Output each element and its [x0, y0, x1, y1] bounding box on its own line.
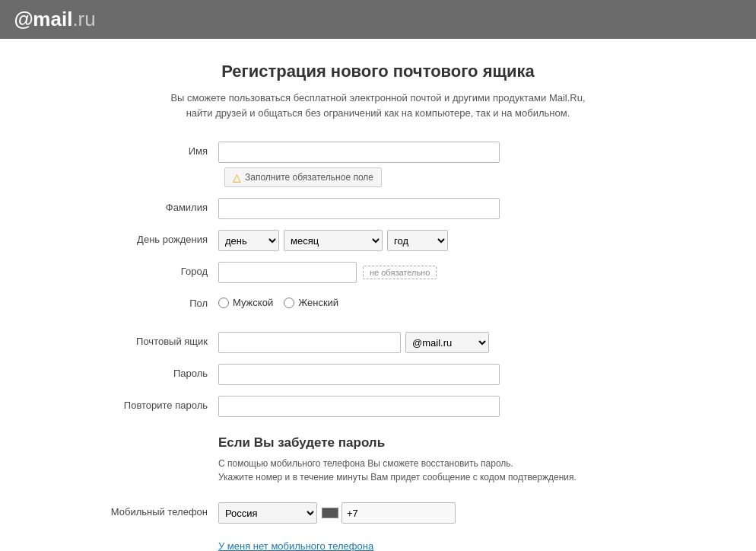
- confirm-control: [218, 396, 659, 417]
- year-select[interactable]: год: [387, 230, 448, 251]
- city-control: не обязательно: [218, 262, 659, 283]
- mailbox-wrap: @mail.ru @inbox.ru @list.ru @bk.ru: [218, 332, 489, 353]
- logo: @ mail .ru: [14, 8, 96, 31]
- phone-prefix-wrap: [322, 502, 456, 524]
- name-input[interactable]: [218, 142, 500, 163]
- month-select[interactable]: месяц Январь Февраль Март Апрель Май Июн…: [284, 230, 383, 251]
- confirm-label: Повторите пароль: [97, 396, 218, 411]
- gender-female-label: Женский: [298, 297, 338, 308]
- recover-text: С помощью мобильного телефона Вы сможете…: [218, 457, 644, 484]
- logo-mail: mail: [33, 8, 72, 31]
- phone-wrap: Россия Украина Беларусь Казахстан: [218, 502, 456, 524]
- recover-title: Если Вы забудете пароль: [218, 435, 659, 451]
- recover-section: Если Вы забудете пароль С помощью мобиль…: [218, 435, 659, 484]
- gender-female-option[interactable]: Женский: [284, 297, 338, 308]
- gender-male-label: Мужской: [233, 297, 273, 308]
- surname-input[interactable]: [218, 198, 500, 219]
- mailbox-label: Почтовый ящик: [97, 332, 218, 347]
- name-error-text: Заполните обязательное поле: [245, 172, 373, 183]
- logo-ru: .ru: [72, 8, 95, 31]
- gender-label: Пол: [97, 294, 218, 309]
- no-phone-row: У меня нет мобильного телефона: [97, 534, 659, 551]
- name-control: △ Заполните обязательное поле: [218, 142, 659, 187]
- city-input[interactable]: [218, 262, 357, 283]
- domain-select[interactable]: @mail.ru @inbox.ru @list.ru @bk.ru: [405, 332, 489, 353]
- surname-control: [218, 198, 659, 219]
- birthday-selects: день месяц Январь Февраль Март Апрель Ма…: [218, 230, 448, 251]
- confirm-input[interactable]: [218, 396, 500, 417]
- logo-at: @: [14, 8, 33, 31]
- city-wrap: не обязательно: [218, 262, 437, 283]
- phone-input[interactable]: [341, 502, 456, 524]
- gender-male-option[interactable]: Мужской: [218, 297, 273, 308]
- city-label: Город: [97, 262, 218, 277]
- gender-wrap: Мужской Женский: [218, 294, 338, 308]
- password-label: Пароль: [97, 364, 218, 379]
- confirm-row: Повторите пароль: [97, 396, 659, 417]
- name-error-tooltip: △ Заполните обязательное поле: [224, 167, 382, 187]
- phone-control: Россия Украина Беларусь Казахстан: [218, 502, 659, 524]
- main-content: Регистрация нового почтового ящика Вы см…: [81, 39, 675, 551]
- city-row: Город не обязательно: [97, 262, 659, 283]
- birthday-control: день месяц Январь Февраль Март Апрель Ма…: [218, 230, 659, 251]
- mailbox-control: @mail.ru @inbox.ru @list.ru @bk.ru: [218, 332, 659, 353]
- warning-icon: △: [233, 171, 241, 183]
- birthday-label: День рождения: [97, 230, 218, 245]
- header: @ mail .ru: [0, 0, 756, 39]
- gender-female-radio[interactable]: [284, 298, 294, 308]
- phone-row: Мобильный телефон Россия Украина Беларус…: [97, 502, 659, 524]
- name-row: Имя △ Заполните обязательное поле: [97, 142, 659, 187]
- flag-icon: [322, 508, 338, 518]
- name-label: Имя: [97, 142, 218, 157]
- no-phone-link[interactable]: У меня нет мобильного телефона: [218, 540, 373, 551]
- gender-control: Мужской Женский: [218, 294, 659, 308]
- surname-label: Фамилия: [97, 198, 218, 213]
- day-select[interactable]: день: [218, 230, 279, 251]
- page-title: Регистрация нового почтового ящика: [97, 62, 659, 81]
- password-row: Пароль: [97, 364, 659, 385]
- gender-row: Пол Мужской Женский: [97, 294, 659, 309]
- password-control: [218, 364, 659, 385]
- city-optional-badge: не обязательно: [363, 266, 437, 279]
- gender-male-radio[interactable]: [218, 298, 229, 308]
- recover-row: Если Вы забудете пароль С помощью мобиль…: [97, 428, 659, 492]
- password-input[interactable]: [218, 364, 500, 385]
- page-subtitle: Вы сможете пользоваться бесплатной элект…: [97, 91, 659, 120]
- phone-label: Мобильный телефон: [97, 502, 218, 518]
- country-select[interactable]: Россия Украина Беларусь Казахстан: [218, 502, 317, 524]
- surname-row: Фамилия: [97, 198, 659, 219]
- mailbox-row: Почтовый ящик @mail.ru @inbox.ru @list.r…: [97, 332, 659, 353]
- mailbox-input[interactable]: [218, 332, 401, 353]
- birthday-row: День рождения день месяц Январь Февраль …: [97, 230, 659, 251]
